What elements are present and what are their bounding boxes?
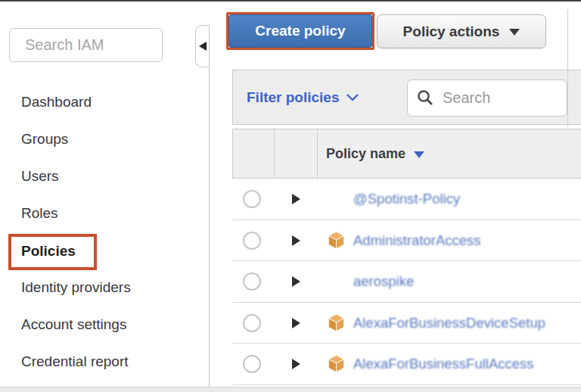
policy-search-input[interactable] — [407, 79, 567, 117]
row-radio-button[interactable] — [243, 272, 261, 291]
sidebar-item-policies[interactable]: Policies — [0, 232, 209, 269]
expand-row-icon[interactable] — [292, 194, 300, 204]
row-radio-button[interactable] — [243, 190, 261, 208]
policy-name-link[interactable]: AdministratorAccess — [353, 232, 481, 249]
sidebar-item-label: Policies — [21, 243, 76, 260]
table-header: Policy name — [232, 129, 581, 179]
sidebar-item-label: Groups — [21, 131, 68, 148]
collapse-arrow-icon — [199, 42, 207, 51]
iam-policies-page: Dashboard Groups Users Roles Policies Id… — [0, 0, 581, 392]
filter-policies-label: Filter policies — [247, 89, 339, 106]
sidebar-search-input[interactable] — [9, 28, 163, 62]
filter-policies-dropdown[interactable]: Filter policies — [247, 70, 359, 124]
sidebar-item-dashboard[interactable]: Dashboard — [0, 83, 209, 120]
table-row: AdministratorAccess — [232, 220, 581, 262]
aws-managed-policy-icon — [327, 354, 346, 373]
sidebar-item-label: Roles — [21, 205, 58, 222]
pane-divider — [209, 25, 210, 387]
expand-row-icon[interactable] — [292, 359, 300, 369]
sidebar-item-label: Account settings — [21, 316, 126, 333]
filter-bar: Filter policies — [232, 70, 581, 125]
sidebar-item-label: Credential report — [21, 353, 129, 370]
aws-managed-policy-icon — [327, 313, 346, 332]
sort-arrow-icon — [414, 151, 424, 158]
policy-actions-label: Policy actions — [403, 23, 500, 40]
policy-name-link[interactable]: @Spotinst-Policy — [353, 191, 460, 207]
sidebar-item-label: Users — [21, 168, 59, 185]
table-row: AlexaForBusinessDeviceSetup — [232, 303, 581, 344]
policy-name-column-header[interactable]: Policy name — [326, 129, 424, 178]
sidebar-item-label: Dashboard — [21, 94, 92, 110]
policy-name-header-label: Policy name — [326, 146, 405, 162]
policy-name-link[interactable]: AlexaForBusinessFullAccess — [353, 356, 534, 372]
table-row: @Spotinst-Policy — [232, 179, 581, 220]
collapse-sidebar-button[interactable] — [195, 25, 209, 67]
console-navbar-edge — [0, 0, 581, 2]
chevron-down-icon — [346, 94, 359, 101]
policy-name-link[interactable]: aerospike — [353, 273, 414, 290]
row-radio-button[interactable] — [243, 355, 261, 373]
table-row: aerospike — [232, 261, 581, 303]
cropped-edge-line — [567, 9, 568, 127]
column-separator — [274, 129, 275, 178]
aws-managed-policy-icon — [327, 231, 346, 250]
sidebar-item-label: Identity providers — [21, 279, 131, 296]
create-policy-button[interactable]: Create policy — [228, 14, 372, 48]
column-separator — [317, 129, 318, 178]
table-row: AlexaForBusinessFullAccess — [232, 344, 581, 385]
row-radio-button[interactable] — [243, 232, 261, 250]
sidebar-item-roles[interactable]: Roles — [0, 194, 209, 232]
sidebar-item-users[interactable]: Users — [0, 157, 209, 194]
expand-row-icon[interactable] — [292, 276, 300, 287]
expand-row-icon[interactable] — [292, 318, 300, 328]
policy-name-link[interactable]: AlexaForBusinessDeviceSetup — [353, 315, 545, 331]
expand-row-icon[interactable] — [292, 235, 300, 246]
caret-down-icon — [509, 29, 520, 36]
sidebar-item-identity-providers[interactable]: Identity providers — [0, 269, 209, 306]
row-radio-button[interactable] — [243, 314, 261, 332]
table-body: @Spotinst-Policy AdministratorAccess aer… — [232, 179, 581, 385]
sidebar-item-groups[interactable]: Groups — [0, 120, 209, 157]
footer-strip — [0, 387, 581, 392]
sidebar-item-credential-report[interactable]: Credential report — [0, 343, 209, 380]
sidebar-item-account-settings[interactable]: Account settings — [0, 306, 209, 343]
policy-actions-button[interactable]: Policy actions — [377, 14, 546, 48]
